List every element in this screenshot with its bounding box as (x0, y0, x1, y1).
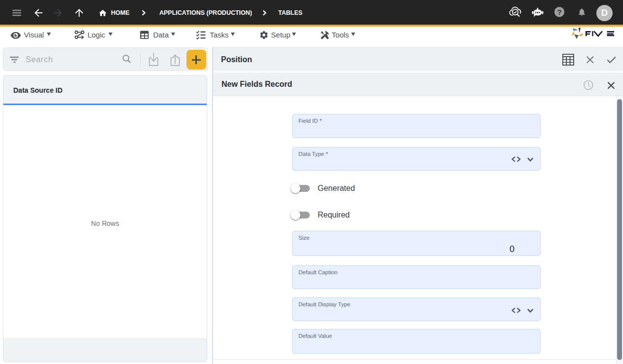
svg-text:?: ? (557, 8, 561, 16)
